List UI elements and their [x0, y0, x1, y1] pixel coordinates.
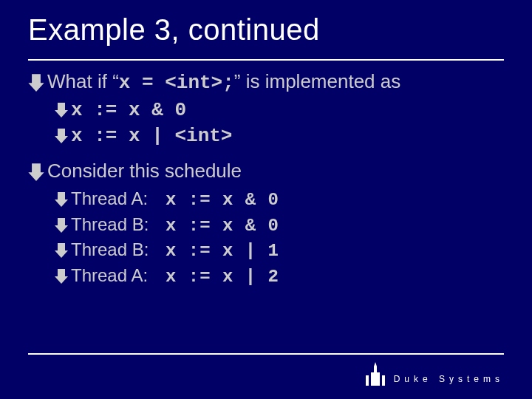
down-arrow-icon — [55, 238, 68, 262]
bullet-consider: Consider this schedule — [28, 158, 504, 184]
svg-rect-4 — [377, 372, 380, 386]
chapel-icon — [364, 362, 386, 386]
sub2-code: x := x | <int> — [71, 123, 232, 149]
down-arrow-icon — [55, 264, 68, 287]
schedule-label: Thread B: — [71, 238, 149, 262]
schedule-code: x := x & 0 — [166, 214, 279, 238]
schedule-list: Thread A: x := x & 0 Thread B: x := x & … — [28, 187, 504, 289]
slide: Example 3, continued What if “x = <int>;… — [0, 0, 532, 399]
svg-rect-2 — [374, 366, 377, 386]
footer-divider — [28, 353, 504, 355]
svg-rect-5 — [382, 375, 385, 386]
bullet-text: What if “x = <int>;” is implemented as — [47, 69, 400, 96]
schedule-label: Thread B: — [71, 213, 149, 236]
schedule-code: x := x | 1 — [166, 239, 279, 263]
schedule-row: Thread B: x := x | 1 — [55, 238, 504, 263]
sub1-code: x := x & 0 — [71, 98, 186, 123]
schedule-row: Thread B: x := x & 0 — [55, 213, 504, 238]
footer-brand-text: Duke Systems — [394, 374, 504, 386]
down-arrow-icon — [28, 69, 44, 95]
bullet1-code: x = <int>; — [119, 72, 234, 94]
schedule-label: Thread A: — [71, 187, 148, 211]
footer-logo: Duke Systems — [364, 362, 504, 386]
svg-rect-0 — [366, 375, 369, 386]
schedule-code: x := x & 0 — [166, 188, 279, 212]
slide-content: What if “x = <int>;” is implemented as x… — [0, 47, 532, 289]
svg-marker-3 — [374, 362, 377, 366]
sub-bullet-2: x := x | <int> — [28, 123, 504, 149]
bullet2-text: Consider this schedule — [47, 158, 242, 184]
schedule-row: Thread A: x := x | 2 — [55, 264, 504, 289]
schedule-row: Thread A: x := x & 0 — [55, 187, 504, 212]
bullet-whatif: What if “x = <int>;” is implemented as — [28, 69, 504, 96]
sub-bullet-1: x := x & 0 — [28, 98, 504, 123]
down-arrow-icon — [55, 123, 68, 147]
down-arrow-icon — [55, 98, 68, 121]
down-arrow-icon — [55, 187, 68, 211]
schedule-label: Thread A: — [71, 264, 148, 287]
schedule-code: x := x | 2 — [166, 265, 279, 289]
down-arrow-icon — [28, 159, 44, 185]
slide-title: Example 3, continued — [0, 0, 532, 47]
bullet1-suffix: ” is implemented as — [234, 70, 400, 92]
bullet1-prefix: What if “ — [47, 70, 119, 92]
down-arrow-icon — [55, 213, 68, 236]
title-underline — [28, 59, 504, 61]
svg-rect-1 — [371, 372, 374, 386]
